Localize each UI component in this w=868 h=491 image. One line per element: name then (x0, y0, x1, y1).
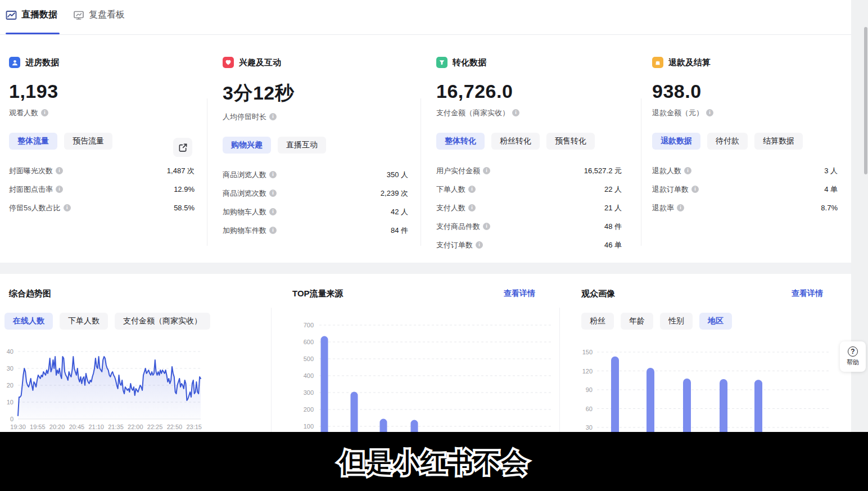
metric-row: 封面曝光次数i 1,487 次 (9, 161, 195, 180)
info-icon[interactable]: i (483, 167, 490, 174)
info-icon[interactable]: i (269, 190, 277, 197)
pill-age[interactable]: 年龄 (621, 313, 653, 330)
pill-fans[interactable]: 粉丝 (581, 313, 614, 330)
question-icon: ? (848, 346, 858, 357)
pill-settlement-data[interactable]: 结算数据 (754, 133, 803, 150)
tab-review-board[interactable]: 复盘看板 (73, 9, 125, 21)
audience-bar-chart: 150120906030 (579, 337, 832, 432)
info-icon[interactable]: i (476, 241, 483, 249)
metric-label: 商品浏览人数 (223, 170, 266, 180)
info-icon[interactable]: i (269, 171, 277, 178)
pill-gender[interactable]: 性别 (660, 313, 693, 330)
pill-preview-traffic[interactable]: 预告流量 (64, 133, 112, 150)
metric-row: 下单人数i 22 人 (436, 180, 622, 199)
metric-value: 1,487 次 (167, 166, 195, 176)
metric-value: 58.5% (174, 204, 195, 212)
metric-label: 用户实付金额 (436, 166, 480, 176)
card-value-label: 支付金额（商家实收） (436, 108, 509, 118)
metric-row: 退款人数i 3 人 (652, 161, 838, 180)
info-icon[interactable]: i (269, 208, 277, 215)
bag-icon (652, 57, 663, 68)
stats-overview-section: 进房数据 1,193 观看人数i 整体流量 预告流量 封面曝光次数i 1,487… (0, 35, 851, 263)
panel-divider (271, 308, 272, 432)
section-gap (0, 263, 868, 274)
traffic-section-title: TOP流量来源 (292, 289, 343, 299)
metric-value: 8.7% (821, 204, 838, 212)
pill-online-users[interactable]: 在线人数 (4, 313, 53, 330)
info-icon[interactable]: i (483, 223, 490, 230)
info-icon[interactable]: i (512, 109, 519, 116)
info-icon[interactable]: i (269, 113, 277, 120)
pill-region[interactable]: 地区 (699, 313, 732, 330)
help-button[interactable]: ? 帮助 (840, 341, 866, 372)
svg-text:200: 200 (304, 406, 314, 413)
column-divider (207, 98, 207, 246)
card-conversion: 转化数据 16,726.0 支付金额（商家实收）i 整体转化 粉丝转化 预售转化… (436, 56, 622, 254)
svg-text:23:15: 23:15 (186, 424, 202, 430)
pill-fan-conversion[interactable]: 粉丝转化 (491, 133, 540, 150)
pill-presale-conversion[interactable]: 预售转化 (546, 133, 595, 150)
metric-row: 支付订单数i 46 单 (436, 236, 622, 254)
pill-overall-traffic[interactable]: 整体流量 (9, 133, 57, 150)
svg-text:90: 90 (586, 386, 593, 393)
card-interest-interaction: 兴趣及互动 3分12秒 人均停留时长i 购物兴趣 直播互动 商品浏览人数i 35… (223, 56, 408, 240)
metric-row: 商品浏览次数i 2,239 次 (223, 184, 408, 202)
metric-label: 支付订单数 (436, 240, 473, 250)
audience-pill-row: 粉丝 年龄 性别 地区 (581, 313, 732, 330)
column-divider (641, 98, 641, 246)
help-label: 帮助 (847, 358, 859, 367)
metric-label: 封面曝光次数 (9, 166, 53, 176)
pill-overall-conversion[interactable]: 整体转化 (436, 133, 485, 150)
info-icon[interactable]: i (64, 204, 71, 211)
info-icon[interactable]: i (56, 167, 63, 174)
metric-value: 2,239 次 (381, 188, 408, 199)
svg-text:600: 600 (304, 339, 314, 345)
info-icon[interactable]: i (706, 109, 713, 116)
card-value-label: 人均停留时长 (223, 112, 266, 122)
info-icon[interactable]: i (41, 109, 48, 116)
tab-live-data-label: 直播数据 (21, 9, 57, 21)
metric-value: 22 人 (604, 184, 622, 195)
svg-text:30: 30 (586, 424, 593, 431)
metric-value: 46 单 (604, 240, 622, 250)
audience-detail-link[interactable]: 查看详情 (792, 289, 823, 299)
tab-live-data[interactable]: 直播数据 (6, 9, 57, 21)
svg-text:30: 30 (7, 365, 13, 372)
pill-shopping-interest[interactable]: 购物兴趣 (223, 137, 271, 154)
pill-payment-amount[interactable]: 支付金额（商家实收） (115, 313, 210, 330)
tab-review-board-label: 复盘看板 (89, 9, 125, 21)
svg-text:60: 60 (586, 406, 593, 412)
pill-live-interaction[interactable]: 直播互动 (278, 137, 326, 154)
card-refund-settlement: 退款及结算 938.0 退款金额（元）i 退款数据 待付款 结算数据 退款人数i… (652, 56, 838, 217)
pill-pending-payment[interactable]: 待付款 (707, 133, 748, 150)
info-icon[interactable]: i (56, 186, 63, 193)
card-title: 进房数据 (25, 57, 59, 68)
metric-label: 停留5s人数占比 (9, 203, 61, 213)
active-tab-underline (6, 33, 60, 34)
info-icon[interactable]: i (691, 186, 699, 193)
info-icon[interactable]: i (677, 204, 684, 211)
info-icon[interactable]: i (684, 167, 691, 174)
info-icon[interactable]: i (468, 186, 476, 193)
info-icon[interactable]: i (468, 204, 476, 211)
scrollbar-thumb[interactable] (864, 27, 867, 174)
info-icon[interactable]: i (269, 227, 277, 234)
funnel-icon (436, 57, 447, 68)
pill-refund-data[interactable]: 退款数据 (652, 133, 700, 150)
svg-text:0: 0 (10, 416, 13, 422)
traffic-detail-link[interactable]: 查看详情 (504, 289, 535, 299)
metric-row: 停留5s人数占比i 58.5% (9, 199, 195, 217)
trend-line-chart: 40302010019:3019:5520:2020:4521:1021:352… (4, 344, 209, 432)
video-subtitle-bar: 但是小红书不会 但是小红书不会 (0, 432, 868, 491)
metric-row: 支付人数i 21 人 (436, 199, 622, 217)
svg-text:10: 10 (7, 399, 13, 406)
external-link-icon (178, 143, 188, 152)
metric-label: 商品浏览次数 (223, 188, 266, 199)
pill-order-users[interactable]: 下单人数 (60, 313, 108, 330)
metric-row: 退款率i 8.7% (652, 199, 838, 217)
svg-text:20: 20 (7, 382, 13, 389)
card-title: 退款及结算 (668, 57, 711, 68)
open-external-button[interactable] (173, 138, 192, 157)
svg-text:22:25: 22:25 (147, 424, 163, 430)
metric-label: 退款率 (652, 203, 674, 213)
